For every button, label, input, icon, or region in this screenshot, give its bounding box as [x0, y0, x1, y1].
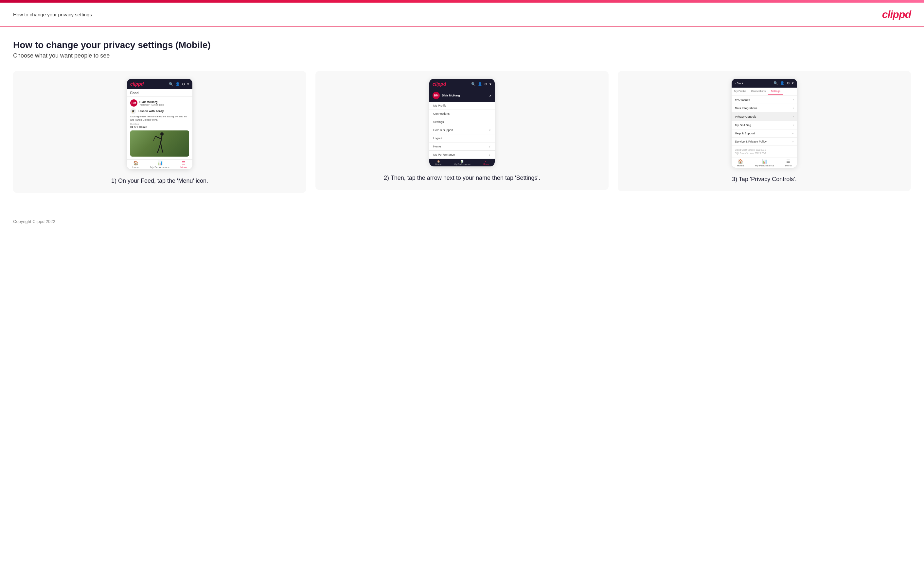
my-golf-bag-label: My Golf Bag [735, 124, 751, 127]
tab2-close[interactable]: ✕ Menu [483, 160, 489, 165]
client-version: Clippd Client Version: 2022.8.3-3 [735, 148, 794, 152]
tab2-menu-label: Menu [483, 163, 489, 165]
step-2-card: clippd 🔍 👤 ⚙ ▾ BM Blair McHarg [315, 71, 609, 190]
menu-item-help-label: Help & Support [433, 129, 453, 132]
svg-line-1 [161, 136, 162, 143]
menu-section-home[interactable]: Home ∨ [429, 143, 495, 151]
phone2-logo: clippd [433, 81, 446, 87]
golfer-silhouette [152, 131, 168, 156]
settings-icon-3: ⚙ [787, 81, 790, 85]
feed-lesson-row: 🎓 Lesson with Fordy [130, 108, 189, 114]
svg-line-7 [162, 149, 163, 153]
steps-row: clippd 🔍 👤 ⚙ ▾ Feed BM Blair McHar [13, 71, 911, 193]
dropdown-icon: ▾ [489, 82, 491, 86]
my-account-label: My Account [735, 98, 750, 102]
tab3-home[interactable]: 🏠 Home [737, 159, 744, 167]
duration-label: Duration [130, 123, 189, 125]
phone2-header: clippd 🔍 👤 ⚙ ▾ [429, 79, 495, 89]
chart-icon-2: 📊 [461, 160, 464, 163]
step-2-caption: 2) Then, tap the arrow next to your name… [384, 174, 540, 182]
tab3-performance[interactable]: 📊 My Performance [755, 159, 774, 167]
step-3-card: ‹ Back 🔍 👤 ⚙ ▾ My Profile Connections [618, 71, 911, 191]
menu-section-home-label: Home [433, 145, 441, 148]
home-icon-3: 🏠 [738, 159, 743, 164]
step-1-phone: clippd 🔍 👤 ⚙ ▾ Feed BM Blair McHar [127, 79, 192, 169]
feed-post: BM Blair McHarg Yesterday · Sunningdale … [127, 97, 192, 159]
tab-settings[interactable]: Settings [768, 88, 783, 95]
menu-item-help[interactable]: Help & Support ↗ [429, 126, 495, 134]
search-icon: 🔍 [169, 82, 173, 86]
settings-item-help[interactable]: Help & Support ↗ [732, 129, 797, 138]
step-1-card: clippd 🔍 👤 ⚙ ▾ Feed BM Blair McHar [13, 71, 306, 193]
menu-item-settings[interactable]: Settings [429, 118, 495, 126]
privacy-controls-label: Privacy Controls [735, 115, 756, 118]
settings-item-privacy-policy[interactable]: Service & Privacy Policy ↗ [732, 138, 797, 146]
settings-item-privacy-controls[interactable]: Privacy Controls › [732, 113, 797, 121]
phone2-icons: 🔍 👤 ⚙ ▾ [471, 82, 491, 86]
user-icon: 👤 [175, 82, 180, 86]
phone1-header: clippd 🔍 👤 ⚙ ▾ [127, 79, 192, 89]
help-support-label: Help & Support [735, 132, 755, 135]
settings-icon: ⚙ [484, 82, 488, 86]
tab2-performance[interactable]: 📊 My Performance [454, 160, 470, 165]
tab3-menu[interactable]: ☰ Menu [785, 159, 792, 167]
feed-user-info: Blair McHarg Yesterday · Sunningdale [139, 100, 164, 106]
external-link-icon: ↗ [488, 129, 491, 132]
main-content: How to change your privacy settings (Mob… [0, 27, 924, 213]
tab-menu-label: Menu [180, 166, 187, 169]
tab3-menu-label: Menu [785, 164, 792, 167]
data-integrations-label: Data Integrations [735, 106, 758, 110]
svg-line-4 [159, 143, 161, 149]
menu-item-connections[interactable]: Connections [429, 110, 495, 118]
tab2-home[interactable]: 🏠 Home [436, 160, 442, 165]
settings-item-golf-bag[interactable]: My Golf Bag › [732, 121, 797, 129]
menu-section-performance-label: My Performance [433, 153, 455, 156]
tab-home[interactable]: 🏠 Home [132, 161, 139, 169]
tab-performance[interactable]: 📊 My Performance [150, 161, 170, 169]
step-3-phone: ‹ Back 🔍 👤 ⚙ ▾ My Profile Connections [732, 79, 797, 168]
menu-item-profile-label: My Profile [433, 104, 446, 107]
menu-user-name: Blair McHarg [442, 94, 460, 97]
tab-my-profile[interactable]: My Profile [732, 88, 749, 95]
chevron-down-icon: ∨ [488, 145, 491, 148]
tab3-performance-label: My Performance [755, 164, 774, 167]
privacy-policy-label: Service & Privacy Policy [735, 140, 767, 143]
tab-connections-label: Connections [751, 90, 766, 92]
svg-line-5 [157, 149, 159, 153]
menu-icon-3: ☰ [786, 159, 790, 164]
menu-item-logout[interactable]: Logout [429, 134, 495, 143]
svg-point-0 [160, 132, 163, 136]
settings-footer: Clippd Client Version: 2022.8.3-3 SQL Se… [732, 146, 797, 158]
chevron-right-icon-3: › [793, 115, 794, 118]
svg-line-3 [153, 136, 155, 140]
menu-section: Home ∨ My Performance ∨ [429, 143, 495, 159]
lesson-title: Lesson with Fordy [138, 110, 164, 113]
menu-item-profile[interactable]: My Profile [429, 102, 495, 110]
menu-icon: ☰ [182, 161, 186, 165]
menu-panel: BM Blair McHarg ∧ My Profile Connections [429, 89, 495, 159]
step-2-phone: clippd 🔍 👤 ⚙ ▾ BM Blair McHarg [429, 79, 495, 166]
chevron-right-icon-4: › [793, 123, 794, 127]
settings-item-data-integrations[interactable]: Data Integrations › [732, 104, 797, 113]
chevron-right-icon-2: › [793, 106, 794, 110]
step-1-caption: 1) On your Feed, tap the 'Menu' icon. [111, 177, 208, 185]
feed-user-sub: Yesterday · Sunningdale [139, 104, 164, 106]
settings-tabs: My Profile Connections Settings [732, 88, 797, 95]
user-icon-3: 👤 [780, 81, 785, 85]
feed-label: Feed [127, 89, 192, 97]
tab-connections[interactable]: Connections [749, 88, 768, 95]
menu-section-performance[interactable]: My Performance ∨ [429, 151, 495, 159]
clippd-logo: clippd [882, 8, 911, 21]
tab2-home-label: Home [436, 163, 442, 165]
settings-item-my-account[interactable]: My Account › [732, 95, 797, 104]
menu-avatar: BM [433, 92, 440, 99]
tab3-home-label: Home [737, 164, 744, 167]
tab2-performance-label: My Performance [454, 163, 470, 165]
settings-list: My Account › Data Integrations › Privacy… [732, 95, 797, 146]
back-button[interactable]: ‹ Back [735, 82, 743, 85]
chevron-down-icon-2: ∨ [488, 153, 491, 156]
search-icon-3: 🔍 [774, 81, 778, 85]
tab-menu[interactable]: ☰ Menu [180, 161, 187, 169]
settings-phone-header: ‹ Back 🔍 👤 ⚙ ▾ [732, 79, 797, 88]
phone2-tab-bar: 🏠 Home 📊 My Performance ✕ Menu [429, 159, 495, 166]
